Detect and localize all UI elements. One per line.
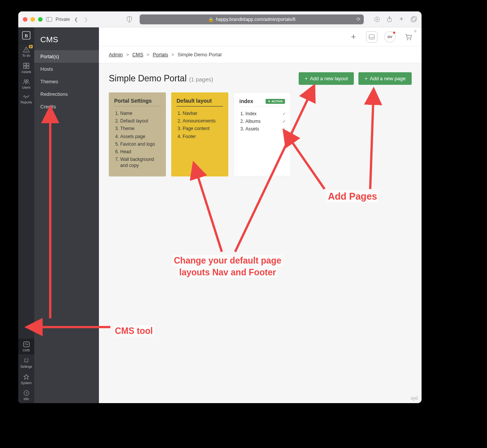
browser-window: Private ❮ ❯ 🔒 happy.brandkitapp.com/admi… xyxy=(18,11,422,403)
primary-sidebar: B 9 To do Assets Users Reports xyxy=(18,27,34,403)
shield-icon[interactable] xyxy=(126,16,133,23)
sidebar-toggle-icon[interactable] xyxy=(46,16,53,23)
card-title: Default layout xyxy=(177,98,223,106)
forward-icon[interactable]: ❯ xyxy=(83,16,89,23)
minimize-window-icon[interactable] xyxy=(30,17,35,22)
crumb-admin[interactable]: Admin xyxy=(109,52,123,57)
url-text: happy.brandkitapp.com/admin/portals/6 xyxy=(216,17,296,22)
index-card[interactable]: index ✦ ACTIVE Index✓ Albums✓ Assets✓ xyxy=(234,92,291,176)
list-item[interactable]: Page content xyxy=(183,126,223,132)
list-item[interactable]: Head xyxy=(120,149,161,155)
crumb-cms[interactable]: CMS xyxy=(132,52,143,57)
svg-point-20 xyxy=(407,39,408,40)
svg-text:?: ? xyxy=(25,391,27,395)
list-item[interactable]: Footer xyxy=(183,133,223,140)
sidebar-item-info[interactable]: ? Info xyxy=(18,387,34,403)
sidebar-item-assets[interactable]: Assets xyxy=(18,60,34,76)
download-icon[interactable] xyxy=(374,16,380,23)
active-badge: ✦ ACTIVE xyxy=(266,99,285,104)
refresh-icon[interactable]: ⟳ xyxy=(356,16,361,22)
footer-brand: syd xyxy=(411,396,418,401)
list-item[interactable]: Wall background and copy xyxy=(120,156,161,168)
svg-rect-13 xyxy=(27,66,29,68)
card-title: Portal Settings xyxy=(114,98,161,106)
notification-dot-icon xyxy=(393,31,396,34)
portal-settings-card[interactable]: Portal Settings Name Default layout Them… xyxy=(109,92,166,176)
check-icon: ✓ xyxy=(282,126,286,132)
svg-rect-12 xyxy=(24,66,26,68)
avatar[interactable]: DV xyxy=(384,31,396,43)
svg-rect-5 xyxy=(412,17,416,21)
private-label: Private xyxy=(56,17,70,22)
list-item[interactable]: Albums✓ xyxy=(245,118,285,124)
sidebar-item-users[interactable]: Users xyxy=(18,76,34,92)
list-item[interactable]: Default layout xyxy=(120,118,161,124)
sidebar-item-system[interactable]: System xyxy=(18,371,34,387)
sidebar-item-portals[interactable]: Portal(s) xyxy=(34,50,99,63)
svg-point-15 xyxy=(27,80,29,82)
list-item[interactable]: Theme xyxy=(120,126,161,132)
lock-icon: 🔒 xyxy=(208,17,214,22)
svg-text:B: B xyxy=(25,33,28,38)
list-item[interactable]: Favicon and logo xyxy=(120,141,161,147)
brand-logo[interactable]: B xyxy=(18,27,34,43)
sidebar-item-themes[interactable]: Themes xyxy=(34,75,99,88)
topbar: + DV 0 xyxy=(99,27,422,46)
add-icon[interactable]: + xyxy=(348,31,359,43)
sidebar-item-cms[interactable]: CMS xyxy=(18,338,34,354)
todo-badge: 9 xyxy=(29,45,33,48)
cards-row: Portal Settings Name Default layout Them… xyxy=(109,92,412,176)
list-item[interactable]: Navbar xyxy=(183,110,223,116)
add-layout-button[interactable]: + Add a new layout xyxy=(299,72,354,85)
inbox-icon[interactable] xyxy=(366,31,377,43)
svg-rect-4 xyxy=(411,18,415,22)
svg-point-21 xyxy=(410,39,411,40)
list-item[interactable]: Announcements xyxy=(183,118,223,124)
default-layout-card[interactable]: Default layout Navbar Announcements Page… xyxy=(171,92,228,176)
browser-chrome: Private ❮ ❯ 🔒 happy.brandkitapp.com/admi… xyxy=(18,11,422,27)
fullscreen-window-icon[interactable] xyxy=(38,17,43,22)
card-title: index ✦ ACTIVE xyxy=(239,98,285,107)
sidebar-section-title: CMS xyxy=(34,27,99,50)
sidebar-item-hosts[interactable]: Hosts xyxy=(34,63,99,75)
content: Simple Demo Portal (1 pages) + Add a new… xyxy=(99,63,422,186)
traffic-lights xyxy=(23,17,43,22)
url-bar[interactable]: 🔒 happy.brandkitapp.com/admin/portals/6 … xyxy=(140,14,364,24)
plus-icon: + xyxy=(305,76,308,81)
crumb-portals[interactable]: Portals xyxy=(153,52,168,57)
secondary-sidebar: CMS Portal(s) Hosts Themes Redirections … xyxy=(34,27,99,403)
check-icon: ✓ xyxy=(282,111,286,117)
sidebar-item-redirections[interactable]: Redirections xyxy=(34,88,99,100)
svg-rect-19 xyxy=(369,35,374,39)
check-icon: ✓ xyxy=(282,119,286,124)
svg-rect-10 xyxy=(24,63,26,65)
new-tab-icon[interactable]: + xyxy=(398,16,405,23)
crumb-current: Simple Demo Portal xyxy=(178,52,222,57)
sidebar-item-todo[interactable]: 9 To do xyxy=(18,43,34,60)
main-area: + DV 0 Admin > CMS > Portals > xyxy=(99,27,422,403)
list-item[interactable]: Index✓ xyxy=(245,111,285,117)
svg-point-9 xyxy=(26,51,27,52)
list-item[interactable]: Name xyxy=(120,110,161,116)
svg-point-14 xyxy=(24,80,26,82)
close-window-icon[interactable] xyxy=(23,17,27,22)
list-item[interactable]: Assets page xyxy=(120,133,161,140)
cart-icon[interactable]: 0 xyxy=(403,31,414,43)
sidebar-item-credits[interactable]: Credits xyxy=(34,100,99,113)
check-circle-icon: ✦ xyxy=(268,100,271,103)
tabs-icon[interactable] xyxy=(410,16,417,23)
breadcrumb: Admin > CMS > Portals > Simple Demo Port… xyxy=(99,46,422,63)
app-body: B 9 To do Assets Users Reports xyxy=(18,27,422,403)
plus-icon: + xyxy=(364,76,368,81)
svg-rect-0 xyxy=(46,17,52,21)
page-title: Simple Demo Portal (1 pages) xyxy=(109,73,213,84)
list-item[interactable]: Assets✓ xyxy=(245,126,285,132)
sidebar-item-reports[interactable]: Reports xyxy=(18,92,34,106)
add-page-button[interactable]: + Add a new page xyxy=(358,72,412,85)
share-icon[interactable] xyxy=(386,16,393,23)
page-header: Simple Demo Portal (1 pages) + Add a new… xyxy=(109,72,412,85)
back-icon[interactable]: ❮ xyxy=(73,16,80,23)
cart-count: 0 xyxy=(414,29,416,33)
svg-rect-11 xyxy=(27,63,29,65)
sidebar-item-settings[interactable]: Settings xyxy=(18,354,34,371)
